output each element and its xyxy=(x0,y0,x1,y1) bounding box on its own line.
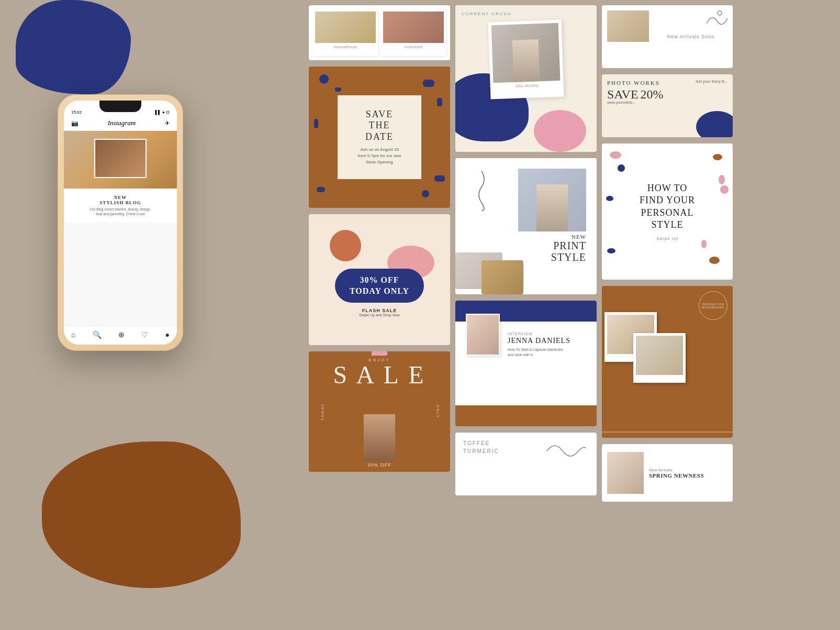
crush-person xyxy=(512,39,540,82)
save-date-body: Join us on August 20 from 5-7pm for our … xyxy=(357,147,401,165)
sale-today-text: TODAY xyxy=(321,403,324,420)
spring-text-area: New Arrivals SPRING NEWNESS xyxy=(649,468,727,479)
card-sale-brown: ENJOY S A L E TODAY ONLY 30% OFF xyxy=(309,351,450,472)
polaroid-caption-1: #aomadhouse xyxy=(315,45,376,49)
terrazzo-chip-pink-3 xyxy=(701,240,707,248)
workshop-blue-blob xyxy=(696,111,733,137)
phone-icons: ▌▌ ● ⊡ xyxy=(155,110,170,115)
sale-percent-text: 30% OFF xyxy=(309,462,450,468)
instagram-camera-icon[interactable]: 📷 xyxy=(71,120,79,127)
flash-circle-orange xyxy=(330,230,361,261)
jenna-desc: How To Start A Capsule Wardrobe and stic… xyxy=(508,347,589,358)
spring-photo xyxy=(607,452,644,494)
phone-screen: 15:02 ▌▌ ● ⊡ 📷 Instagram ✈ NEW STYLISH B… xyxy=(64,101,177,345)
print-title: PRINT STYLE xyxy=(551,240,586,263)
print-style-text: NEW PRINT STYLE xyxy=(551,234,586,263)
save-date-inner: SAVE THE DATE Join us on August 20 from … xyxy=(338,95,421,179)
polaroid-image-1 xyxy=(315,12,376,43)
svg-point-0 xyxy=(718,11,722,15)
jenna-interview-label: INTERVIEW xyxy=(508,332,589,336)
nav-plus-icon[interactable]: ⊕ xyxy=(118,330,125,339)
mood-polaroid-2 xyxy=(633,333,686,383)
terrazzo-dot-4 xyxy=(437,98,442,106)
nav-heart-icon[interactable]: ♡ xyxy=(141,330,148,339)
phone-blog-title: NEW STYLISH BLOG xyxy=(70,195,171,205)
save-date-title: SAVE THE DATE xyxy=(365,109,394,143)
terrazzo-dot-5 xyxy=(317,187,325,192)
sale-only-text: ONLY xyxy=(436,405,440,419)
how-to-text-block: HOW TO FIND YOUR PERSONAL STYLE Swipe Up xyxy=(640,182,695,241)
nav-search-icon[interactable]: 🔍 xyxy=(93,330,102,339)
card-new-arrivals: New Arrivals Soon xyxy=(602,5,733,68)
card-how-to-find-style: HOW TO FIND YOUR PERSONAL STYLE Swipe Up xyxy=(602,143,733,280)
right-column: New Arrivals Soon PHOTO WORKS SAVE 20% w… xyxy=(602,5,733,508)
phone-blog-subtitle: Our Blog covers fashion, beauty, design,… xyxy=(70,207,171,216)
phone-mockup: 15:02 ▌▌ ● ⊡ 📷 Instagram ✈ NEW STYLISH B… xyxy=(58,94,183,351)
jenna-name: JENNA DANIELS xyxy=(508,337,589,345)
mood-divider xyxy=(602,432,733,433)
flash-sale-label: FLASH SALE xyxy=(362,308,397,313)
mood-circle: INSPIRATION MOODBOARD xyxy=(699,291,727,320)
card-current-crush: CURRENT CRUSH color blocking xyxy=(455,5,597,152)
workshop-save: SAVE xyxy=(607,88,639,101)
polaroid-small-2: #maholand xyxy=(381,9,446,56)
flash-sale-percent: 30% OFF TODAY ONLY xyxy=(350,275,409,297)
background-blob-brown xyxy=(42,441,241,588)
card-polaroid-pair-top: #aomadhouse #maholand xyxy=(309,5,450,60)
jenna-text-area: INTERVIEW JENNA DANIELS How To Start A C… xyxy=(508,332,589,358)
terrazzo-chip-brown-1 xyxy=(713,154,722,160)
arrivals-wavy xyxy=(704,8,730,34)
workshop-right: Get your Early B... xyxy=(696,80,727,83)
phone-blog-section: NEW STYLISH BLOG Our Blog covers fashion… xyxy=(64,189,177,223)
card-jenna-daniels: INTERVIEW JENNA DANIELS How To Start A C… xyxy=(455,301,597,426)
spring-new-arrivals-label: New Arrivals xyxy=(649,468,727,472)
terrazzo-chip-pink-4 xyxy=(720,185,729,194)
phone-inner-image xyxy=(94,139,147,178)
sale-person-silhouette xyxy=(364,414,395,461)
print-photo xyxy=(518,169,586,231)
mood-circle-text: INSPIRATION MOODBOARD xyxy=(702,303,724,309)
card-toffee: TOFFEE TURMERIC xyxy=(455,433,597,495)
terrazzo-chip-pink-1 xyxy=(610,151,621,159)
terrazzo-chip-navy-2 xyxy=(607,248,615,253)
workshop-get-label: Get your Early B... xyxy=(696,80,727,83)
arrivals-photo xyxy=(607,10,649,42)
crush-pink-blob xyxy=(534,110,586,152)
workshop-web: www.yourwebsi... xyxy=(607,101,727,104)
print-bag xyxy=(481,260,523,294)
toffee-wavy-line xyxy=(544,438,586,464)
card-photo-workshop: PHOTO WORKS SAVE 20% www.yourwebsi... Ge… xyxy=(602,74,733,137)
terrazzo-chip-pink-2 xyxy=(719,175,725,184)
background-blob-blue xyxy=(16,0,131,94)
arrivals-text: New Arrivals Soon xyxy=(667,34,715,39)
sale-text: S A L E xyxy=(333,362,426,388)
card-moodboard: INSPIRATION MOODBOARD xyxy=(602,286,733,438)
terrazzo-chip-navy-1 xyxy=(618,164,625,172)
instagram-logo: Instagram xyxy=(108,119,136,127)
flash-sale-sub: Swipe Up and Shop Now xyxy=(359,313,400,317)
print-wavy-line xyxy=(466,169,497,211)
mood-earrings-photo xyxy=(691,391,727,422)
phone-bottom-nav: ⌂ 🔍 ⊕ ♡ ● xyxy=(64,326,177,345)
left-column: #aomadhouse #maholand SAVE THE DATE Join… xyxy=(309,5,450,478)
polaroid-caption-2: #maholand xyxy=(383,45,444,49)
terrazzo-chip-brown-2 xyxy=(709,257,720,264)
sale-pink-bar xyxy=(372,351,387,356)
how-to-title: HOW TO FIND YOUR PERSONAL STYLE xyxy=(640,182,695,231)
crush-caption: color blocking xyxy=(494,83,561,89)
nav-profile-icon[interactable]: ● xyxy=(165,331,170,339)
crush-photo xyxy=(491,23,561,83)
instagram-send-icon[interactable]: ✈ xyxy=(165,120,170,127)
terrazzo-dot-7 xyxy=(434,175,445,182)
nav-home-icon[interactable]: ⌂ xyxy=(71,331,75,339)
phone-time: 15:02 xyxy=(71,110,82,115)
polaroid-small-1: #aomadhouse xyxy=(313,9,378,56)
current-crush-label: CURRENT CRUSH xyxy=(462,12,590,16)
terrazzo-dot-6 xyxy=(422,190,429,197)
print-new-label: NEW xyxy=(551,234,586,240)
card-spring-newness: New Arrivals SPRING NEWNESS xyxy=(602,444,733,502)
mood-photo-2 xyxy=(636,336,683,375)
card-new-print-style: NEW PRINT STYLE xyxy=(455,158,597,294)
terrazzo-chip-navy-3 xyxy=(606,196,613,201)
card-flash-sale: 30% OFF TODAY ONLY FLASH SALE Swipe Up a… xyxy=(309,214,450,345)
